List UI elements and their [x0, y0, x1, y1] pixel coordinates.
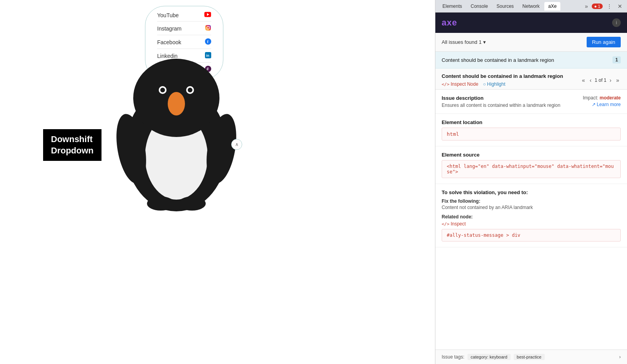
pagination-last[interactable]: » — [614, 76, 621, 84]
chevron-up-button[interactable]: ∧ — [231, 139, 242, 150]
tab-console-label: Console — [471, 4, 488, 9]
issue-text-0: Content should be contained in a landmar… — [442, 57, 554, 63]
tag-0: category: keyboard — [468, 354, 511, 360]
element-location-title: Element location — [442, 119, 621, 125]
impact-value: moderate — [600, 95, 621, 101]
svg-point-19 — [188, 88, 192, 92]
pagination-first[interactable]: « — [580, 76, 587, 84]
issue-title-left: Content should be contained in a landmar… — [442, 73, 580, 87]
tag-1: best-practice — [514, 354, 545, 360]
highlight-label: Highlight — [487, 81, 506, 87]
dropdown-item-instagram[interactable]: Instagram — [157, 22, 211, 35]
label-line1: Downshift — [51, 134, 94, 145]
devtools-close-icon[interactable]: ✕ — [616, 2, 624, 10]
devtools-icons: » ● 1 ⋮ ✕ — [583, 2, 624, 10]
inspect-node-label: Inspect Node — [451, 81, 478, 87]
tags-chevron-icon[interactable]: › — [619, 354, 621, 360]
youtube-label: YouTube — [157, 12, 179, 18]
issue-desc-title: Issue description — [442, 95, 560, 101]
issues-filter-dropdown[interactable]: All issues found 1 ▾ — [442, 39, 486, 45]
tab-elements[interactable]: Elements — [439, 2, 466, 11]
element-location-section: Element location html — [435, 114, 627, 146]
element-source-section: Element source <html lang="en" data-what… — [435, 146, 627, 184]
issue-description-section: Issue description Ensures all content is… — [435, 90, 627, 114]
axe-logo: axe — [442, 18, 457, 28]
pagination-prev[interactable]: ‹ — [588, 76, 593, 84]
tags-bar: Issue tags: category: keyboard best-prac… — [435, 350, 627, 364]
penguin-image — [110, 55, 243, 213]
left-panel: YouTube Instagram — [0, 0, 435, 364]
inspect-node-link[interactable]: </> Inspect Node — [442, 81, 478, 87]
error-badge: ● 1 — [592, 4, 603, 9]
issue-count-0: 1 — [613, 56, 621, 63]
info-icon: i — [616, 20, 617, 25]
dropdown-label-box: Downshift Dropdown — [43, 129, 101, 161]
tab-axe-label: aXe — [548, 4, 556, 9]
facebook-icon: f — [205, 38, 211, 46]
issue-list-item-0[interactable]: Content should be contained in a landmar… — [435, 52, 627, 68]
highlight-link[interactable]: ○ Highlight — [483, 81, 506, 87]
svg-rect-2 — [205, 25, 211, 31]
svg-point-24 — [178, 196, 206, 211]
pagination-label: 1 of 1 — [595, 77, 607, 83]
label-line2: Dropdown — [51, 145, 94, 157]
element-location-value: html — [442, 128, 621, 141]
more-tabs-icon[interactable]: » — [583, 2, 589, 10]
issue-desc-text: Ensures all content is contained within … — [442, 103, 560, 108]
issues-bar: All issues found 1 ▾ Run again — [435, 33, 627, 52]
related-node-inspect-label: Inspect — [451, 221, 466, 227]
pagination-next[interactable]: › — [608, 76, 613, 84]
dropdown-item-facebook[interactable]: Facebook f — [157, 36, 211, 49]
svg-point-23 — [147, 196, 174, 211]
devtools-menu-icon[interactable]: ⋮ — [605, 2, 614, 10]
dropdown-item-youtube[interactable]: YouTube — [157, 9, 211, 22]
issue-title-bar: Content should be contained in a landmar… — [435, 68, 627, 90]
svg-point-4 — [209, 26, 210, 27]
devtools-panel: Elements Console Sources Network aXe » ●… — [435, 0, 627, 364]
devtools-tab-bar: Elements Console Sources Network aXe » ●… — [435, 0, 627, 13]
issues-filter-label: All issues found 1 ▾ — [442, 39, 486, 45]
fix-label: Fix the following: — [442, 198, 621, 204]
tab-axe[interactable]: aXe — [544, 2, 560, 11]
svg-point-20 — [168, 92, 185, 115]
run-again-label: Run again — [592, 39, 615, 45]
circle-icon: ○ — [483, 81, 486, 87]
chevron-up-icon: ∧ — [235, 142, 239, 147]
issue-tags-label: Issue tags: — [442, 354, 464, 360]
run-again-button[interactable]: Run again — [587, 37, 621, 47]
related-node-code: #ally-status-message > div — [442, 229, 621, 241]
svg-point-16 — [160, 88, 165, 92]
element-source-value: <html lang="en" data-whatinput="mouse" d… — [442, 160, 621, 178]
impact-label: Impact: — [583, 95, 598, 101]
related-node-label: Related node: — [442, 214, 621, 220]
instagram-label: Instagram — [157, 25, 181, 32]
external-link-icon: ↗ — [592, 102, 596, 107]
tab-console[interactable]: Console — [467, 2, 492, 11]
facebook-label: Facebook — [157, 39, 181, 45]
learn-more-link[interactable]: ↗ Learn more — [583, 102, 621, 107]
axe-logo-text: axe — [442, 18, 457, 27]
code-icon: </> — [442, 82, 449, 87]
tab-network[interactable]: Network — [518, 2, 544, 11]
info-button[interactable]: i — [612, 18, 621, 27]
instagram-icon — [205, 25, 211, 32]
tab-sources[interactable]: Sources — [493, 2, 518, 11]
element-source-title: Element source — [442, 152, 621, 158]
solve-section: To solve this violation, you need to: Fi… — [435, 184, 627, 247]
error-count: ● 1 — [594, 4, 600, 9]
solve-title: To solve this violation, you need to: — [442, 189, 621, 195]
issue-title-text: Content should be contained in a landmar… — [442, 73, 580, 79]
fix-desc: Content not contained by an ARIA landmar… — [442, 205, 621, 210]
related-node-code-icon: </> — [442, 222, 449, 227]
detail-panel: Content should be contained in a landmar… — [435, 68, 627, 350]
tab-elements-label: Elements — [442, 4, 462, 9]
issue-actions: </> Inspect Node ○ Highlight — [442, 81, 580, 87]
related-node-inspect-link[interactable]: </> Inspect — [442, 221, 621, 227]
tab-network-label: Network — [522, 4, 540, 9]
pagination: « ‹ 1 of 1 › » — [580, 76, 621, 84]
axe-header: axe i — [435, 13, 627, 33]
learn-more-label: Learn more — [597, 102, 621, 107]
youtube-icon — [204, 12, 211, 19]
tab-sources-label: Sources — [497, 4, 514, 9]
